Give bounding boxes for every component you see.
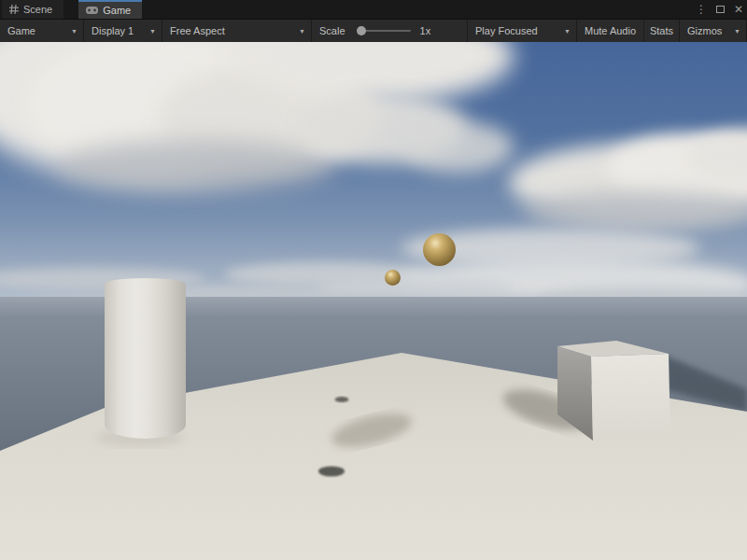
- game-viewport[interactable]: [0, 42, 747, 560]
- tab-scene-label: Scene: [23, 4, 52, 15]
- grid-icon: [9, 5, 19, 14]
- unity-editor-window: Scene Game ⋮ ✕ Game ▼ Display 1 ▼ Free A…: [0, 0, 747, 560]
- cube-object: [557, 341, 670, 441]
- maximize-icon[interactable]: [716, 6, 725, 13]
- gizmos-label: Gizmos: [685, 25, 724, 36]
- kebab-menu-icon[interactable]: ⋮: [696, 4, 707, 15]
- gold-sphere-small: [385, 270, 401, 286]
- tab-game-label: Game: [103, 5, 131, 16]
- play-focused-label: Play Focused: [473, 25, 540, 36]
- stats-button[interactable]: Stats: [644, 20, 680, 42]
- gold-large-shadow: [318, 467, 345, 477]
- scale-value: 1x: [418, 25, 433, 36]
- scale-slider-knob[interactable]: [357, 26, 366, 35]
- display-target-dropdown[interactable]: Game ▼: [0, 20, 84, 42]
- scale-label: Scale: [317, 25, 347, 36]
- mute-audio-button[interactable]: Mute Audio: [577, 20, 644, 42]
- chevron-down-icon: ▼: [558, 28, 571, 35]
- chevron-down-icon: ▼: [144, 28, 156, 35]
- gold-small-shadow: [335, 397, 349, 402]
- scale-control: Scale 1x: [312, 20, 467, 42]
- chevron-down-icon: ▼: [65, 28, 78, 35]
- cube-front-face: [591, 354, 670, 441]
- gold-sphere-large: [423, 233, 456, 266]
- gizmos-dropdown[interactable]: Gizmos ▼: [680, 20, 747, 42]
- display-label: Display 1: [90, 25, 135, 36]
- tab-bar: Scene Game ⋮ ✕: [0, 0, 747, 19]
- display-target-label: Game: [6, 25, 37, 36]
- cylinder-object: [105, 278, 186, 439]
- scale-slider[interactable]: [357, 30, 411, 32]
- game-view-toolbar: Game ▼ Display 1 ▼ Free Aspect ▼ Scale 1…: [0, 19, 747, 42]
- chevron-down-icon: ▼: [728, 28, 740, 35]
- sphere-object: [359, 353, 431, 426]
- close-icon[interactable]: ✕: [734, 4, 743, 15]
- stats-label: Stats: [648, 25, 675, 36]
- display-dropdown[interactable]: Display 1 ▼: [84, 20, 162, 42]
- chevron-down-icon: ▼: [293, 28, 305, 35]
- tab-game[interactable]: Game: [78, 0, 142, 19]
- gamepad-icon: [86, 7, 98, 14]
- aspect-label: Free Aspect: [168, 25, 227, 36]
- play-focused-dropdown[interactable]: Play Focused ▼: [467, 20, 577, 42]
- tab-scene[interactable]: Scene: [2, 0, 63, 19]
- window-controls: ⋮ ✕: [696, 0, 743, 19]
- aspect-ratio-dropdown[interactable]: Free Aspect ▼: [162, 20, 312, 42]
- mute-audio-label: Mute Audio: [583, 25, 638, 36]
